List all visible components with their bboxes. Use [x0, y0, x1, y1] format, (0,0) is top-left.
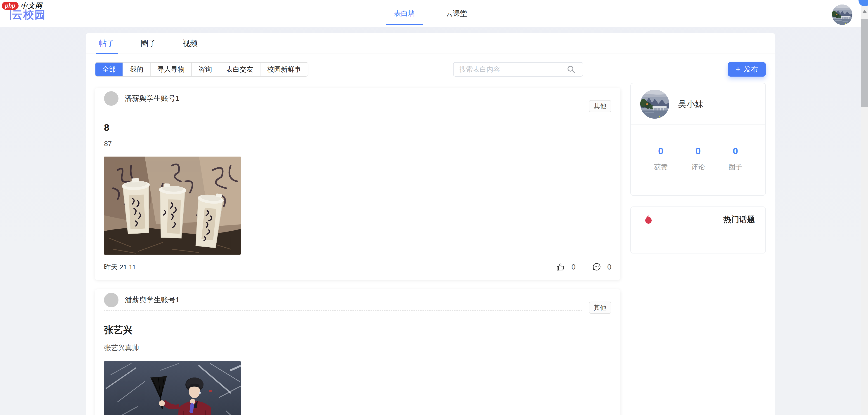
post-category-tag: 其他: [589, 302, 611, 314]
post-author-avatar: [104, 91, 119, 106]
nav-tab-label: 云课堂: [446, 9, 467, 18]
post-actions: 0 0: [556, 262, 611, 272]
stat-value: 0: [642, 146, 679, 157]
filter-lost-found[interactable]: 寻人寻物: [150, 63, 191, 76]
php-logo: php: [2, 2, 19, 10]
publish-button[interactable]: + 发布: [728, 62, 766, 77]
filter-consult[interactable]: 咨询: [191, 63, 219, 76]
stat-likes: 0 获赞: [642, 146, 679, 172]
post-header: 潘薪舆学生账号1 其他: [104, 88, 611, 109]
nav-tab-cloud-classroom[interactable]: 云课堂: [438, 0, 475, 27]
tab-posts[interactable]: 帖子: [86, 33, 127, 54]
post-body: 87: [104, 140, 611, 148]
tab-circles[interactable]: 圈子: [127, 33, 169, 54]
hot-topics-empty: [631, 232, 765, 253]
post-card: 潘薪舆学生账号1 其他 张艺兴 张艺兴真帅: [95, 289, 620, 415]
user-avatar[interactable]: [832, 4, 852, 25]
search-icon: [566, 64, 576, 74]
posts-list: 潘薪舆学生账号1 其他 8 87: [95, 83, 620, 415]
stat-value: 0: [717, 146, 754, 157]
profile-stats: 0 获赞 0 评论 0 圈子: [631, 125, 765, 195]
tab-label: 圈子: [141, 38, 156, 48]
thumbs-up-icon: [556, 262, 565, 272]
search-input[interactable]: [454, 63, 559, 76]
filter-mine[interactable]: 我的: [123, 63, 150, 76]
post-author-name[interactable]: 潘薪舆学生账号1: [125, 94, 180, 103]
post-timestamp: 昨天 21:11: [104, 263, 136, 272]
right-sidebar: 吴小妹 0 获赞 0 评论 0 圈子: [630, 83, 766, 253]
content-row: 潘薪舆学生账号1 其他 8 87: [95, 83, 766, 415]
scroll-up-arrow-icon[interactable]: [862, 10, 867, 13]
post-card: 潘薪舆学生账号1 其他 8 87: [95, 88, 620, 280]
active-tab-underline: [386, 24, 423, 25]
comment-count: 0: [607, 263, 611, 271]
filter-campus-news[interactable]: 校园新鲜事: [260, 63, 308, 76]
post-title: 8: [104, 122, 611, 133]
top-header: 云校园 表白墙 云课堂: [0, 0, 861, 27]
profile-card: 吴小妹 0 获赞 0 评论 0 圈子: [630, 83, 766, 196]
page-scrollbar: [861, 0, 868, 415]
dashed-divider: [104, 109, 582, 109]
post-photo-tea-cups[interactable]: [104, 157, 241, 254]
scrollbar-thumb[interactable]: [861, 19, 868, 107]
search-box: [453, 62, 583, 77]
profile-header: 吴小妹: [631, 83, 765, 125]
filter-all[interactable]: 全部: [95, 63, 123, 76]
comment-button[interactable]: 0: [592, 262, 611, 272]
stat-label: 圈子: [717, 163, 754, 172]
comment-icon: [592, 262, 601, 272]
stat-value: 0: [679, 146, 717, 157]
php-site-name: 中文网: [21, 1, 42, 10]
post-header: 潘薪舆学生账号1 其他: [104, 289, 611, 311]
top-nav: 表白墙 云课堂: [386, 0, 475, 27]
nav-tab-confession-wall[interactable]: 表白墙: [386, 0, 423, 27]
like-button[interactable]: 0: [556, 262, 576, 272]
flame-icon: [644, 214, 653, 225]
post-author-avatar: [104, 293, 119, 307]
stat-label: 获赞: [642, 163, 679, 172]
stat-comments: 0 评论: [679, 146, 717, 172]
dashed-divider: [104, 310, 582, 311]
profile-name: 吴小妹: [678, 99, 704, 110]
content-tabs: 帖子 圈子 视频: [86, 33, 775, 54]
post-title: 张艺兴: [104, 324, 611, 336]
tab-videos[interactable]: 视频: [169, 33, 211, 54]
like-count: 0: [571, 263, 576, 271]
stat-label: 评论: [679, 163, 717, 172]
main-content-card: 帖子 圈子 视频 全部 我的 寻人寻物 咨询 表白交友 校园新鲜事: [86, 33, 775, 415]
hot-topics-card: 热门话题: [630, 206, 766, 253]
post-footer: 昨天 21:11 0: [104, 262, 611, 272]
php-watermark: php 中文网: [2, 1, 42, 10]
search-button[interactable]: [559, 63, 583, 76]
filter-confession[interactable]: 表白交友: [219, 63, 260, 76]
profile-avatar[interactable]: [640, 90, 669, 118]
publish-label: 发布: [744, 65, 758, 74]
hot-topics-title: 热门话题: [723, 214, 755, 225]
post-category-tag: 其他: [589, 100, 611, 112]
tab-label: 视频: [182, 38, 197, 48]
plus-icon: +: [736, 65, 740, 74]
tab-label: 帖子: [99, 38, 115, 48]
nav-tab-label: 表白墙: [394, 9, 415, 18]
post-author-name[interactable]: 潘薪舆学生账号1: [125, 295, 180, 305]
stat-circles: 0 圈子: [717, 146, 754, 172]
toolbar: 全部 我的 寻人寻物 咨询 表白交友 校园新鲜事 + 发布: [95, 62, 766, 77]
post-photo-concert[interactable]: [104, 361, 241, 415]
hot-topics-header: 热门话题: [631, 207, 765, 232]
post-body: 张艺兴真帅: [104, 343, 611, 353]
active-tab-underline: [96, 53, 118, 54]
category-filter-group: 全部 我的 寻人寻物 咨询 表白交友 校园新鲜事: [95, 62, 308, 77]
